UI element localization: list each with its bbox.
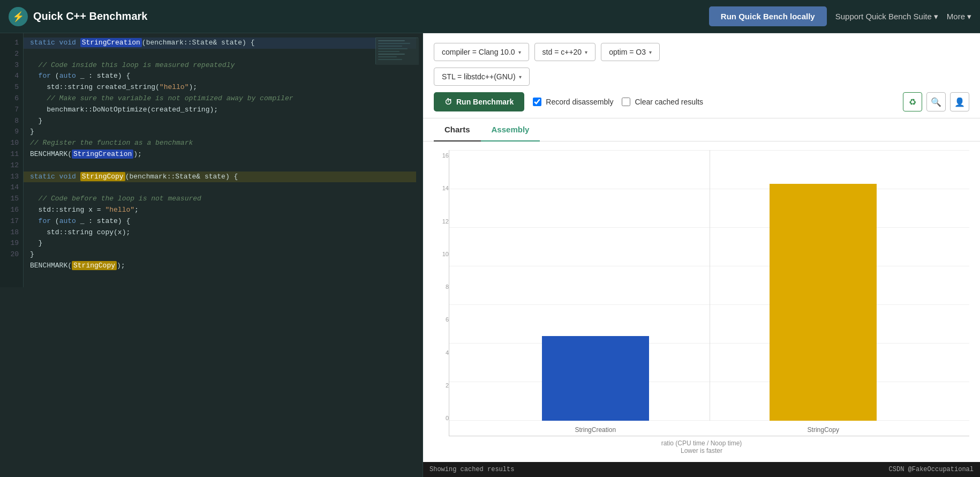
chart-footer: ratio (CPU time / Noop time) Lower is fa… (434, 436, 969, 457)
tabs-area: Charts Assembly (423, 118, 980, 141)
svg-rect-5 (378, 51, 399, 52)
recycle-icon-button[interactable]: ♻ (903, 92, 922, 111)
app-title: Quick C++ Benchmark (33, 10, 147, 23)
string-copy-bar-group (710, 150, 938, 421)
x-axis-title: ratio (CPU time / Noop time) (434, 439, 969, 447)
svg-rect-4 (378, 48, 408, 49)
stl-row: STL = libstdc++(GNU) ▾ (434, 68, 969, 86)
actions-row: ⏱ Run Benchmark Record disassembly Clear… (434, 92, 969, 111)
support-arrow: ▾ (934, 12, 938, 21)
record-disassembly-checkbox[interactable] (533, 98, 541, 106)
recycle-icon: ♻ (909, 97, 916, 107)
editor-panel: 12345 678910 1112131415 1617181920 stati… (0, 33, 423, 477)
record-disassembly-text: Record disassembly (546, 98, 613, 106)
string-copy-x-label: StringCopy (710, 426, 938, 434)
status-bar: Showing cached results CSDN @FakeOccupat… (423, 462, 980, 477)
tab-charts[interactable]: Charts (434, 118, 481, 141)
more-label: More (947, 12, 965, 21)
svg-rect-1 (378, 40, 405, 41)
optim-label: optim = O3 (609, 48, 646, 56)
std-select[interactable]: std = c++20 ▾ (534, 43, 596, 61)
attribution: CSDN @FakeOccupational (889, 466, 974, 473)
search-icon: 🔍 (931, 97, 941, 107)
x-axis-subtitle: Lower is faster (434, 447, 969, 454)
clear-cached-label[interactable]: Clear cached results (622, 98, 703, 106)
svg-rect-8 (378, 59, 402, 60)
support-label: Support Quick Bench Suite (835, 12, 932, 21)
run-local-button[interactable]: Run Quick Bench locally (709, 6, 827, 26)
header: ⚡ Quick C++ Benchmark Run Quick Bench lo… (0, 0, 980, 33)
optim-select[interactable]: optim = O3 ▾ (601, 43, 660, 61)
compiler-arrow: ▾ (518, 49, 521, 55)
string-creation-bar-group (481, 150, 710, 421)
controls-area: compiler = Clang 10.0 ▾ std = c++20 ▾ op… (423, 33, 980, 118)
std-arrow: ▾ (585, 49, 587, 55)
logo-icon: ⚡ (9, 7, 28, 26)
more-arrow: ▾ (967, 12, 971, 21)
x-labels: StringCreation StringCopy (449, 426, 969, 434)
user-icon-button[interactable]: 👤 (950, 92, 969, 111)
compiler-options-row: compiler = Clang 10.0 ▾ std = c++20 ▾ op… (434, 43, 969, 61)
support-link[interactable]: Support Quick Bench Suite ▾ (835, 12, 938, 21)
record-disassembly-label[interactable]: Record disassembly (533, 98, 613, 106)
app-logo: ⚡ Quick C++ Benchmark (9, 7, 709, 26)
svg-rect-7 (378, 56, 397, 57)
optim-arrow: ▾ (649, 49, 652, 55)
compiler-label: compiler = Clang 10.0 (442, 48, 515, 56)
main-content: 12345 678910 1112131415 1617181920 stati… (0, 33, 980, 477)
svg-rect-3 (378, 46, 402, 47)
line-numbers: 12345 678910 1112131415 1617181920 (0, 33, 24, 287)
chart-bars-container: StringCreation StringCopy (449, 150, 969, 436)
user-icon: 👤 (954, 97, 965, 107)
stl-label: STL = libstdc++(GNU) (442, 72, 516, 81)
tab-assembly[interactable]: Assembly (481, 118, 540, 141)
std-label: std = c++20 (542, 48, 582, 56)
editor-thumbnail (375, 38, 418, 64)
clear-cached-text: Clear cached results (635, 98, 703, 106)
stl-select[interactable]: STL = libstdc++(GNU) ▾ (434, 68, 530, 86)
more-link[interactable]: More ▾ (947, 12, 971, 21)
run-bench-icon: ⏱ (444, 98, 452, 106)
compiler-select[interactable]: compiler = Clang 10.0 ▾ (434, 43, 529, 61)
cached-status: Showing cached results (429, 466, 514, 473)
string-creation-x-label: StringCreation (481, 426, 710, 434)
chart-area: 0 2 4 6 8 10 12 14 16 (423, 141, 980, 462)
header-actions: Run Quick Bench locally Support Quick Be… (709, 6, 971, 26)
tool-icons: ♻ 🔍 👤 (903, 92, 969, 111)
run-bench-label: Run Benchmark (456, 98, 514, 106)
bars-row (449, 150, 969, 421)
svg-rect-2 (378, 43, 410, 44)
svg-rect-6 (378, 54, 405, 55)
right-panel: compiler = Clang 10.0 ▾ std = c++20 ▾ op… (423, 33, 980, 477)
y-axis: 0 2 4 6 8 10 12 14 16 (434, 150, 449, 436)
search-icon-button[interactable]: 🔍 (926, 92, 946, 111)
string-creation-bar (542, 336, 649, 421)
string-copy-bar (770, 184, 877, 421)
code-text[interactable]: static void StringCreation(benchmark::St… (24, 33, 423, 287)
code-editor[interactable]: 12345 678910 1112131415 1617181920 stati… (0, 33, 423, 287)
run-benchmark-button[interactable]: ⏱ Run Benchmark (434, 92, 524, 111)
clear-cached-checkbox[interactable] (622, 98, 630, 106)
stl-arrow: ▾ (519, 74, 522, 80)
